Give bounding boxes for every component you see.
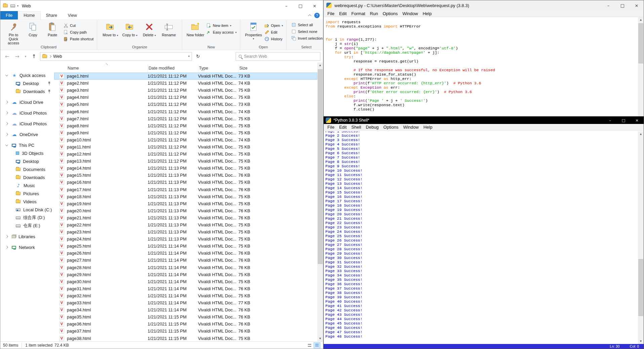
sidebar-item-icloud-photos[interactable]: ☁iCloud Photos	[0, 109, 54, 117]
sidebar-item-3d-objects[interactable]: 3D Objects	[0, 149, 54, 157]
menu-edit[interactable]: Edit	[337, 11, 349, 16]
menu-help[interactable]: Help	[420, 11, 434, 16]
address-dropdown-chevron-icon[interactable]: ▾	[188, 55, 190, 58]
paste-shortcut-button[interactable]: Paste shortcut	[64, 37, 93, 41]
pin-to-quick-access-button[interactable]: Pin to Quick access	[4, 21, 23, 45]
menu-file[interactable]: File	[325, 125, 337, 130]
table-row[interactable]: Vpage29.html1/21/2021 11:14 PMVivaldi HT…	[54, 271, 317, 278]
breadcrumb-chevron-icon[interactable]	[49, 55, 51, 57]
menu-window[interactable]: Window	[400, 11, 420, 16]
chevron-icon[interactable]	[5, 112, 8, 114]
chevron-icon[interactable]	[5, 235, 8, 238]
table-row[interactable]: Vpage4.html1/21/2021 11:12 PMVivaldi HTM…	[54, 94, 317, 101]
menu-options[interactable]: Options	[380, 11, 400, 16]
shell-output[interactable]: Page 1 Success!Page 2 Success!Page 3 Suc…	[324, 131, 638, 344]
scroll-down-icon[interactable]: ▼	[638, 339, 644, 344]
table-row[interactable]: Vpage15.html1/21/2021 11:13 PMVivaldi HT…	[54, 172, 317, 179]
scrollbar-thumb[interactable]	[638, 23, 643, 63]
maximize-button[interactable]: □	[293, 1, 308, 11]
close-button[interactable]: ×	[308, 1, 322, 11]
copy-path-button[interactable]: Copy path	[64, 30, 93, 35]
search-box[interactable]	[236, 52, 320, 61]
menu-options[interactable]: Options	[381, 125, 401, 130]
table-row[interactable]: Vpage3.html1/21/2021 11:12 PMVivaldi HTM…	[54, 87, 317, 94]
table-row[interactable]: Vpage17.html1/21/2021 11:13 PMVivaldi HT…	[54, 186, 317, 193]
tab-share[interactable]: Share	[41, 11, 63, 19]
edit-button[interactable]: Edit	[265, 30, 283, 35]
menu-shell[interactable]: Shell	[349, 125, 363, 130]
chevron-icon[interactable]	[5, 122, 8, 125]
paste-button[interactable]: Paste	[43, 21, 62, 37]
table-row[interactable]: Vpage2.html1/21/2021 11:12 PMVivaldi HTM…	[54, 80, 317, 87]
column-header-name[interactable]: Name	[67, 64, 148, 73]
table-row[interactable]: Vpage27.html1/21/2021 11:14 PMVivaldi HT…	[54, 257, 317, 264]
sidebar-item-this-pc[interactable]: This PC	[0, 141, 54, 149]
column-header-date-modified[interactable]: Date modified	[148, 64, 198, 73]
maximize-button[interactable]: □	[615, 0, 630, 10]
search-input[interactable]	[244, 54, 308, 59]
menu-debug[interactable]: Debug	[363, 125, 381, 130]
table-row[interactable]: Vpage21.html1/21/2021 11:13 PMVivaldi HT…	[54, 214, 317, 221]
sidebar-item-onedrive[interactable]: ☁OneDrive	[0, 130, 54, 138]
table-row[interactable]: Vpage6.html1/21/2021 11:12 PMVivaldi HTM…	[54, 108, 317, 115]
sidebar-item-music[interactable]: ♪Music	[0, 181, 54, 189]
sidebar-item-icloud-drive[interactable]: ☁iCloud Drive	[0, 98, 54, 106]
details-view-button[interactable]	[306, 342, 313, 348]
table-row[interactable]: Vpage33.html1/21/2021 11:14 PMVivaldi HT…	[54, 299, 317, 306]
sidebar-item-desktop[interactable]: Desktop	[0, 157, 54, 165]
table-row[interactable]: Vpage5.html1/21/2021 11:12 PMVivaldi HTM…	[54, 101, 317, 108]
scrollbar-thumb[interactable]	[638, 259, 643, 316]
shell-scrollbar[interactable]: ▲ ▼	[638, 131, 644, 344]
menu-run[interactable]: Run	[368, 11, 380, 16]
chevron-icon[interactable]	[5, 246, 8, 249]
properties-button[interactable]: Properties ▾	[244, 21, 263, 41]
minimize-button[interactable]: –	[601, 0, 615, 10]
sidebar-item-libraries[interactable]: Libraries	[0, 232, 54, 241]
table-row[interactable]: Vpage31.html1/21/2021 11:14 PMVivaldi HT…	[54, 285, 317, 292]
table-row[interactable]: Vpage20.html1/21/2021 11:13 PMVivaldi HT…	[54, 207, 317, 214]
sidebar-item-pictures[interactable]: Pictures	[0, 189, 54, 198]
table-row[interactable]: Vpage24.html1/21/2021 11:13 PMVivaldi HT…	[54, 235, 317, 243]
scrollbar-thumb[interactable]	[318, 69, 323, 264]
sidebar-item-icloud-photos[interactable]: ☁iCloud Photos	[0, 120, 54, 128]
scroll-up-icon[interactable]: ▲	[638, 17, 644, 23]
table-row[interactable]: Vpage9.html1/21/2021 11:12 PMVivaldi HTM…	[54, 129, 317, 136]
refresh-icon[interactable]: ↻	[194, 54, 202, 59]
explorer-scrollbar[interactable]: ▲ ▼	[317, 62, 323, 341]
sidebar-item-documents[interactable]: Documents	[0, 165, 54, 173]
sidebar-item-network[interactable]: Network	[0, 243, 54, 251]
menu-help[interactable]: Help	[421, 125, 435, 130]
minimize-button[interactable]: –	[603, 117, 617, 124]
select-none-button[interactable]: Select none	[291, 29, 323, 34]
close-button[interactable]: ×	[630, 117, 644, 124]
qat-properties-icon[interactable]	[10, 4, 15, 7]
tab-home[interactable]: Home	[18, 11, 40, 19]
table-row[interactable]: Vpage30.html1/21/2021 11:14 PMVivaldi HT…	[54, 278, 317, 285]
invert-selection-button[interactable]: Invert selection	[291, 36, 323, 41]
close-button[interactable]: ×	[630, 0, 644, 10]
sidebar-item-quick-access[interactable]: ★Quick access	[0, 71, 54, 79]
column-header-size[interactable]: Size	[238, 64, 262, 73]
forward-button[interactable]: →	[13, 53, 21, 59]
copy-button[interactable]: Copy	[23, 21, 43, 37]
scroll-down-icon[interactable]: ▼	[317, 336, 323, 341]
table-row[interactable]: Vpage7.html1/21/2021 11:12 PMVivaldi HTM…	[54, 115, 317, 122]
table-row[interactable]: Vpage37.html1/21/2021 11:15 PMVivaldi HT…	[54, 328, 317, 335]
maximize-button[interactable]: □	[617, 117, 630, 124]
help-icon[interactable]: ?	[314, 13, 320, 18]
table-row[interactable]: Vpage36.html1/21/2021 11:15 PMVivaldi HT…	[54, 320, 317, 328]
sidebar-item-downloads[interactable]: Downloads	[0, 87, 54, 95]
cut-button[interactable]: Cut	[64, 23, 93, 28]
history-button[interactable]: History	[265, 37, 283, 41]
scroll-up-icon[interactable]: ▲	[638, 131, 644, 137]
minimize-button[interactable]: –	[279, 1, 293, 11]
sidebar-item-d[interactable]: 综合库 (D:)	[0, 214, 54, 222]
breadcrumb[interactable]: Web	[53, 54, 62, 59]
table-row[interactable]: Vpage1.html1/21/2021 11:12 PMVivaldi HTM…	[54, 73, 317, 80]
chevron-icon[interactable]	[5, 101, 8, 103]
copy-to-button[interactable]: Copy to ▾	[120, 21, 139, 38]
sidebar-item-local-disk-c[interactable]: Local Disk (C:)	[0, 206, 54, 214]
table-row[interactable]: Vpage23.html1/21/2021 11:13 PMVivaldi HT…	[54, 228, 317, 235]
table-row[interactable]: Vpage35.html1/21/2021 11:15 PMVivaldi HT…	[54, 313, 317, 320]
recent-locations-chevron-icon[interactable]: ▾	[23, 55, 28, 58]
